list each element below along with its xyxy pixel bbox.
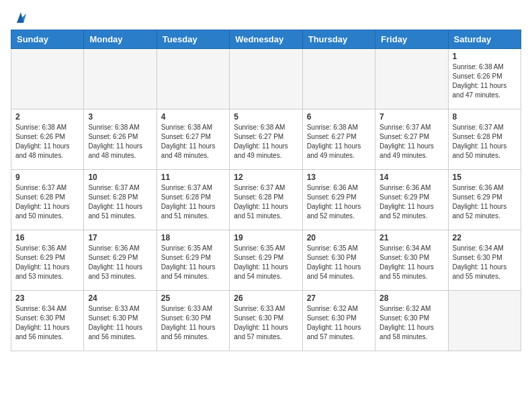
day-info: Sunrise: 6:36 AM Sunset: 6:29 PM Dayligh… [15, 244, 79, 281]
day-info: Sunrise: 6:33 AM Sunset: 6:30 PM Dayligh… [161, 304, 225, 342]
day-number: 21 [380, 233, 443, 242]
day-info: Sunrise: 6:38 AM Sunset: 6:27 PM Dayligh… [161, 123, 225, 161]
calendar-day-cell [302, 49, 375, 109]
day-info: Sunrise: 6:37 AM Sunset: 6:27 PM Dayligh… [380, 123, 443, 161]
day-number: 18 [161, 233, 225, 242]
calendar-day-cell [157, 49, 229, 109]
day-info: Sunrise: 6:37 AM Sunset: 6:28 PM Dayligh… [234, 183, 298, 221]
day-info: Sunrise: 6:34 AM Sunset: 6:30 PM Dayligh… [15, 304, 79, 342]
day-number: 3 [88, 112, 152, 122]
calendar-day-cell: 21Sunrise: 6:34 AM Sunset: 6:30 PM Dayli… [375, 230, 448, 291]
day-info: Sunrise: 6:37 AM Sunset: 6:28 PM Dayligh… [161, 183, 225, 221]
calendar-day-cell: 28Sunrise: 6:32 AM Sunset: 6:30 PM Dayli… [375, 291, 448, 351]
calendar-day-cell [375, 49, 448, 109]
calendar-day-cell: 11Sunrise: 6:37 AM Sunset: 6:28 PM Dayli… [157, 170, 229, 230]
day-number: 13 [307, 173, 371, 182]
calendar-day-cell: 8Sunrise: 6:37 AM Sunset: 6:28 PM Daylig… [448, 109, 521, 170]
day-info: Sunrise: 6:38 AM Sunset: 6:26 PM Dayligh… [15, 123, 79, 161]
calendar-day-header: Sunday [11, 30, 84, 49]
day-number: 12 [234, 173, 298, 182]
day-number: 6 [307, 112, 371, 122]
day-number: 24 [88, 293, 152, 303]
page-header [11, 11, 521, 24]
day-number: 9 [15, 173, 79, 182]
calendar-header-row: SundayMondayTuesdayWednesdayThursdayFrid… [11, 30, 521, 49]
calendar-week-row: 2Sunrise: 6:38 AM Sunset: 6:26 PM Daylig… [11, 109, 521, 170]
day-info: Sunrise: 6:36 AM Sunset: 6:29 PM Dayligh… [453, 183, 517, 221]
day-info: Sunrise: 6:38 AM Sunset: 6:26 PM Dayligh… [88, 123, 152, 161]
calendar-day-cell: 25Sunrise: 6:33 AM Sunset: 6:30 PM Dayli… [157, 291, 229, 351]
day-number: 22 [453, 233, 517, 242]
calendar-day-cell [448, 291, 521, 351]
day-info: Sunrise: 6:35 AM Sunset: 6:30 PM Dayligh… [307, 244, 371, 281]
day-number: 27 [307, 293, 371, 303]
calendar-day-cell: 6Sunrise: 6:38 AM Sunset: 6:27 PM Daylig… [302, 109, 375, 170]
calendar-day-cell [84, 49, 157, 109]
calendar-day-cell: 7Sunrise: 6:37 AM Sunset: 6:27 PM Daylig… [375, 109, 448, 170]
calendar-day-cell: 10Sunrise: 6:37 AM Sunset: 6:28 PM Dayli… [84, 170, 157, 230]
calendar-day-header: Saturday [448, 30, 521, 49]
day-number: 16 [15, 233, 79, 242]
calendar-table: SundayMondayTuesdayWednesdayThursdayFrid… [11, 30, 521, 351]
logo-bird-icon [11, 11, 26, 24]
day-info: Sunrise: 6:37 AM Sunset: 6:28 PM Dayligh… [15, 183, 79, 221]
day-info: Sunrise: 6:34 AM Sunset: 6:30 PM Dayligh… [380, 244, 443, 281]
day-info: Sunrise: 6:38 AM Sunset: 6:27 PM Dayligh… [307, 123, 371, 161]
day-info: Sunrise: 6:38 AM Sunset: 6:27 PM Dayligh… [234, 123, 298, 161]
calendar-day-cell: 26Sunrise: 6:33 AM Sunset: 6:30 PM Dayli… [230, 291, 302, 351]
calendar-day-cell: 1Sunrise: 6:38 AM Sunset: 6:26 PM Daylig… [448, 49, 521, 109]
calendar-day-header: Friday [375, 30, 448, 49]
calendar-day-cell: 3Sunrise: 6:38 AM Sunset: 6:26 PM Daylig… [84, 109, 157, 170]
day-info: Sunrise: 6:32 AM Sunset: 6:30 PM Dayligh… [380, 304, 443, 342]
calendar-day-cell: 19Sunrise: 6:35 AM Sunset: 6:29 PM Dayli… [230, 230, 302, 291]
day-number: 1 [453, 52, 517, 61]
calendar-day-header: Tuesday [157, 30, 229, 49]
calendar-day-cell: 5Sunrise: 6:38 AM Sunset: 6:27 PM Daylig… [230, 109, 302, 170]
calendar-day-cell: 16Sunrise: 6:36 AM Sunset: 6:29 PM Dayli… [11, 230, 84, 291]
day-number: 19 [234, 233, 298, 242]
day-number: 4 [161, 112, 225, 122]
day-info: Sunrise: 6:36 AM Sunset: 6:29 PM Dayligh… [88, 244, 152, 281]
calendar-day-header: Thursday [302, 30, 375, 49]
day-number: 5 [234, 112, 298, 122]
calendar-day-cell: 15Sunrise: 6:36 AM Sunset: 6:29 PM Dayli… [448, 170, 521, 230]
day-number: 25 [161, 293, 225, 303]
day-info: Sunrise: 6:34 AM Sunset: 6:30 PM Dayligh… [453, 244, 517, 281]
calendar-week-row: 23Sunrise: 6:34 AM Sunset: 6:30 PM Dayli… [11, 291, 521, 351]
calendar-day-cell [11, 49, 84, 109]
day-info: Sunrise: 6:33 AM Sunset: 6:30 PM Dayligh… [234, 304, 298, 342]
calendar-day-cell: 14Sunrise: 6:36 AM Sunset: 6:29 PM Dayli… [375, 170, 448, 230]
calendar-week-row: 9Sunrise: 6:37 AM Sunset: 6:28 PM Daylig… [11, 170, 521, 230]
day-info: Sunrise: 6:35 AM Sunset: 6:29 PM Dayligh… [234, 244, 298, 281]
day-number: 14 [380, 173, 443, 182]
calendar-day-cell: 17Sunrise: 6:36 AM Sunset: 6:29 PM Dayli… [84, 230, 157, 291]
day-number: 2 [15, 112, 79, 122]
day-number: 28 [380, 293, 443, 303]
day-number: 7 [380, 112, 443, 122]
day-info: Sunrise: 6:36 AM Sunset: 6:29 PM Dayligh… [380, 183, 443, 221]
day-number: 23 [15, 293, 79, 303]
day-number: 10 [88, 173, 152, 182]
day-info: Sunrise: 6:38 AM Sunset: 6:26 PM Dayligh… [453, 62, 517, 100]
day-number: 20 [307, 233, 371, 242]
logo [11, 11, 27, 24]
calendar-day-cell: 20Sunrise: 6:35 AM Sunset: 6:30 PM Dayli… [302, 230, 375, 291]
day-number: 17 [88, 233, 152, 242]
day-info: Sunrise: 6:37 AM Sunset: 6:28 PM Dayligh… [453, 123, 517, 161]
calendar-week-row: 1Sunrise: 6:38 AM Sunset: 6:26 PM Daylig… [11, 49, 521, 109]
calendar-week-row: 16Sunrise: 6:36 AM Sunset: 6:29 PM Dayli… [11, 230, 521, 291]
calendar-day-cell: 23Sunrise: 6:34 AM Sunset: 6:30 PM Dayli… [11, 291, 84, 351]
calendar-day-cell: 12Sunrise: 6:37 AM Sunset: 6:28 PM Dayli… [230, 170, 302, 230]
day-info: Sunrise: 6:37 AM Sunset: 6:28 PM Dayligh… [88, 183, 152, 221]
calendar-day-cell: 27Sunrise: 6:32 AM Sunset: 6:30 PM Dayli… [302, 291, 375, 351]
calendar-day-cell: 22Sunrise: 6:34 AM Sunset: 6:30 PM Dayli… [448, 230, 521, 291]
calendar-day-header: Wednesday [230, 30, 302, 49]
calendar-day-cell: 2Sunrise: 6:38 AM Sunset: 6:26 PM Daylig… [11, 109, 84, 170]
calendar-day-cell: 4Sunrise: 6:38 AM Sunset: 6:27 PM Daylig… [157, 109, 229, 170]
day-info: Sunrise: 6:33 AM Sunset: 6:30 PM Dayligh… [88, 304, 152, 342]
day-number: 8 [453, 112, 517, 122]
calendar-day-cell: 24Sunrise: 6:33 AM Sunset: 6:30 PM Dayli… [84, 291, 157, 351]
day-info: Sunrise: 6:36 AM Sunset: 6:29 PM Dayligh… [307, 183, 371, 221]
day-number: 15 [453, 173, 517, 182]
calendar-day-cell [230, 49, 302, 109]
